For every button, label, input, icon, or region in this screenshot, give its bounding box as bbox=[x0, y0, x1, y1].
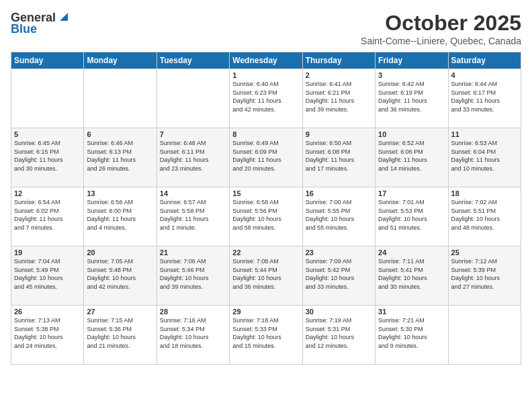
calendar-week-row: 5Sunrise: 6:45 AM Sunset: 6:15 PM Daylig… bbox=[11, 128, 521, 187]
logo-blue: Blue bbox=[11, 22, 37, 36]
location-title: Saint-Come--Liniere, Quebec, Canada bbox=[361, 36, 521, 46]
calendar-cell: 23Sunrise: 7:09 AM Sunset: 5:42 PM Dayli… bbox=[302, 246, 375, 306]
day-number: 10 bbox=[378, 130, 445, 138]
day-info: Sunrise: 6:41 AM Sunset: 6:21 PM Dayligh… bbox=[306, 80, 372, 113]
day-info: Sunrise: 7:15 AM Sunset: 5:36 PM Dayligh… bbox=[87, 316, 153, 350]
day-info: Sunrise: 6:56 AM Sunset: 6:00 PM Dayligh… bbox=[87, 198, 153, 232]
calendar-cell: 10Sunrise: 6:52 AM Sunset: 6:06 PM Dayli… bbox=[375, 128, 448, 187]
calendar-cell: 16Sunrise: 7:00 AM Sunset: 5:55 PM Dayli… bbox=[302, 187, 375, 246]
calendar-cell: 25Sunrise: 7:12 AM Sunset: 5:39 PM Dayli… bbox=[448, 246, 521, 306]
day-info: Sunrise: 7:05 AM Sunset: 5:48 PM Dayligh… bbox=[87, 257, 153, 291]
calendar-cell: 5Sunrise: 6:45 AM Sunset: 6:15 PM Daylig… bbox=[11, 128, 84, 187]
calendar-cell: 9Sunrise: 6:50 AM Sunset: 6:08 PM Daylig… bbox=[302, 128, 375, 187]
day-info: Sunrise: 7:19 AM Sunset: 5:31 PM Dayligh… bbox=[306, 316, 372, 350]
day-number: 26 bbox=[14, 308, 81, 316]
day-number: 18 bbox=[451, 189, 518, 197]
day-number: 15 bbox=[232, 189, 299, 197]
calendar-week-row: 1Sunrise: 6:40 AM Sunset: 6:23 PM Daylig… bbox=[11, 69, 521, 128]
day-info: Sunrise: 7:01 AM Sunset: 5:53 PM Dayligh… bbox=[378, 198, 445, 232]
day-info: Sunrise: 7:12 AM Sunset: 5:39 PM Dayligh… bbox=[451, 257, 518, 291]
day-info: Sunrise: 6:52 AM Sunset: 6:06 PM Dayligh… bbox=[378, 139, 445, 173]
day-info: Sunrise: 7:02 AM Sunset: 5:51 PM Dayligh… bbox=[451, 198, 518, 232]
weekday-header-tuesday: Tuesday bbox=[157, 52, 229, 69]
month-title: October 2025 bbox=[361, 11, 521, 36]
svg-marker-0 bbox=[60, 13, 68, 21]
header: General Blue October 2025 Saint-Come--Li… bbox=[11, 11, 521, 46]
day-info: Sunrise: 6:46 AM Sunset: 6:13 PM Dayligh… bbox=[87, 139, 153, 173]
day-number: 19 bbox=[14, 248, 81, 257]
day-info: Sunrise: 6:57 AM Sunset: 5:58 PM Dayligh… bbox=[160, 198, 226, 232]
day-number: 31 bbox=[378, 308, 445, 316]
calendar-cell: 27Sunrise: 7:15 AM Sunset: 5:36 PM Dayli… bbox=[84, 306, 157, 365]
calendar-cell bbox=[448, 306, 521, 365]
day-number: 1 bbox=[232, 71, 299, 79]
day-number: 5 bbox=[14, 130, 81, 138]
day-number: 2 bbox=[306, 71, 372, 79]
weekday-header-thursday: Thursday bbox=[302, 52, 375, 69]
day-info: Sunrise: 7:00 AM Sunset: 5:55 PM Dayligh… bbox=[306, 198, 372, 232]
calendar-cell: 28Sunrise: 7:16 AM Sunset: 5:34 PM Dayli… bbox=[157, 306, 229, 365]
calendar-cell bbox=[84, 69, 157, 128]
day-info: Sunrise: 6:54 AM Sunset: 6:02 PM Dayligh… bbox=[14, 198, 81, 232]
day-info: Sunrise: 7:08 AM Sunset: 5:44 PM Dayligh… bbox=[232, 257, 299, 291]
day-info: Sunrise: 6:49 AM Sunset: 6:09 PM Dayligh… bbox=[232, 139, 299, 173]
day-info: Sunrise: 6:50 AM Sunset: 6:08 PM Dayligh… bbox=[306, 139, 372, 173]
calendar-cell: 12Sunrise: 6:54 AM Sunset: 6:02 PM Dayli… bbox=[11, 187, 84, 246]
day-number: 21 bbox=[160, 248, 226, 257]
calendar-table: SundayMondayTuesdayWednesdayThursdayFrid… bbox=[11, 52, 521, 365]
logo-triangle-icon bbox=[57, 11, 71, 24]
day-number: 24 bbox=[378, 248, 445, 257]
calendar-cell: 24Sunrise: 7:11 AM Sunset: 5:41 PM Dayli… bbox=[375, 246, 448, 306]
calendar-week-row: 12Sunrise: 6:54 AM Sunset: 6:02 PM Dayli… bbox=[11, 187, 521, 246]
calendar-cell: 20Sunrise: 7:05 AM Sunset: 5:48 PM Dayli… bbox=[84, 246, 157, 306]
weekday-header-monday: Monday bbox=[84, 52, 157, 69]
calendar-cell: 19Sunrise: 7:04 AM Sunset: 5:49 PM Dayli… bbox=[11, 246, 84, 306]
weekday-header-wednesday: Wednesday bbox=[230, 52, 302, 69]
weekday-header-sunday: Sunday bbox=[11, 52, 84, 69]
calendar-cell: 13Sunrise: 6:56 AM Sunset: 6:00 PM Dayli… bbox=[84, 187, 157, 246]
day-info: Sunrise: 6:45 AM Sunset: 6:15 PM Dayligh… bbox=[14, 139, 81, 173]
calendar-week-row: 26Sunrise: 7:13 AM Sunset: 5:38 PM Dayli… bbox=[11, 306, 521, 365]
day-info: Sunrise: 7:18 AM Sunset: 5:33 PM Dayligh… bbox=[232, 316, 299, 350]
calendar-cell: 18Sunrise: 7:02 AM Sunset: 5:51 PM Dayli… bbox=[448, 187, 521, 246]
title-area: October 2025 Saint-Come--Liniere, Quebec… bbox=[361, 11, 521, 46]
calendar-cell: 14Sunrise: 6:57 AM Sunset: 5:58 PM Dayli… bbox=[157, 187, 229, 246]
day-info: Sunrise: 6:44 AM Sunset: 6:17 PM Dayligh… bbox=[451, 80, 518, 113]
day-number: 29 bbox=[232, 308, 299, 316]
calendar-cell: 4Sunrise: 6:44 AM Sunset: 6:17 PM Daylig… bbox=[448, 69, 521, 128]
calendar-cell: 11Sunrise: 6:53 AM Sunset: 6:04 PM Dayli… bbox=[448, 128, 521, 187]
day-info: Sunrise: 7:04 AM Sunset: 5:49 PM Dayligh… bbox=[14, 257, 81, 291]
calendar-cell: 17Sunrise: 7:01 AM Sunset: 5:53 PM Dayli… bbox=[375, 187, 448, 246]
day-number: 30 bbox=[306, 308, 372, 316]
day-number: 20 bbox=[87, 248, 153, 257]
day-number: 6 bbox=[87, 130, 153, 138]
day-number: 8 bbox=[232, 130, 299, 138]
day-number: 13 bbox=[87, 189, 153, 197]
weekday-header-friday: Friday bbox=[375, 52, 448, 69]
day-number: 11 bbox=[451, 130, 518, 138]
weekday-header-saturday: Saturday bbox=[448, 52, 521, 69]
day-info: Sunrise: 7:11 AM Sunset: 5:41 PM Dayligh… bbox=[378, 257, 445, 291]
calendar-cell: 22Sunrise: 7:08 AM Sunset: 5:44 PM Dayli… bbox=[230, 246, 302, 306]
calendar-cell: 6Sunrise: 6:46 AM Sunset: 6:13 PM Daylig… bbox=[84, 128, 157, 187]
day-info: Sunrise: 6:53 AM Sunset: 6:04 PM Dayligh… bbox=[451, 139, 518, 173]
day-number: 9 bbox=[306, 130, 372, 138]
day-info: Sunrise: 7:09 AM Sunset: 5:42 PM Dayligh… bbox=[306, 257, 372, 291]
day-info: Sunrise: 7:16 AM Sunset: 5:34 PM Dayligh… bbox=[160, 316, 226, 350]
calendar-cell: 26Sunrise: 7:13 AM Sunset: 5:38 PM Dayli… bbox=[11, 306, 84, 365]
day-info: Sunrise: 6:42 AM Sunset: 6:19 PM Dayligh… bbox=[378, 80, 445, 113]
day-number: 7 bbox=[160, 130, 226, 138]
day-number: 12 bbox=[14, 189, 81, 197]
day-info: Sunrise: 7:06 AM Sunset: 5:46 PM Dayligh… bbox=[160, 257, 226, 291]
day-info: Sunrise: 6:40 AM Sunset: 6:23 PM Dayligh… bbox=[232, 80, 299, 113]
day-info: Sunrise: 6:48 AM Sunset: 6:11 PM Dayligh… bbox=[160, 139, 226, 173]
calendar-cell bbox=[11, 69, 84, 128]
calendar-week-row: 19Sunrise: 7:04 AM Sunset: 5:49 PM Dayli… bbox=[11, 246, 521, 306]
calendar-cell: 3Sunrise: 6:42 AM Sunset: 6:19 PM Daylig… bbox=[375, 69, 448, 128]
day-number: 25 bbox=[451, 248, 518, 257]
calendar-cell: 8Sunrise: 6:49 AM Sunset: 6:09 PM Daylig… bbox=[230, 128, 302, 187]
day-info: Sunrise: 7:21 AM Sunset: 5:30 PM Dayligh… bbox=[378, 316, 445, 350]
calendar-cell: 30Sunrise: 7:19 AM Sunset: 5:31 PM Dayli… bbox=[302, 306, 375, 365]
calendar-cell bbox=[157, 69, 229, 128]
calendar-cell: 1Sunrise: 6:40 AM Sunset: 6:23 PM Daylig… bbox=[230, 69, 302, 128]
